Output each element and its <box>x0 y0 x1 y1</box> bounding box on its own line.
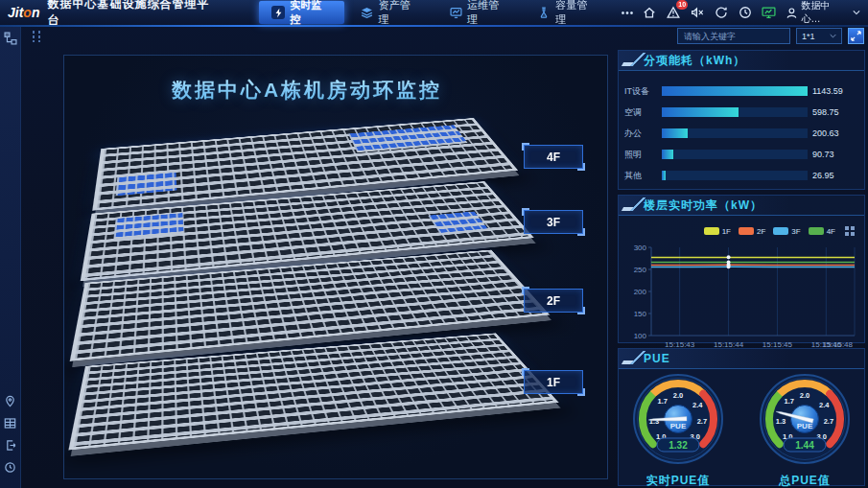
pue-gauges: 1.01.31.72.02.42.73.0PUE1.32实时PUE值1.01.3… <box>619 373 864 488</box>
alarm-count-badge: 10 <box>676 0 688 10</box>
top-navbar: Jiton 数据中心基础设施综合管理平台 实时监控 资产管理 运维管理 <box>0 0 868 25</box>
export-data-icon[interactable] <box>3 438 17 453</box>
svg-text:1.7: 1.7 <box>785 397 794 406</box>
blue-rack-zone <box>348 125 468 152</box>
table-grid-icon[interactable] <box>3 416 17 430</box>
panel-title: PUE <box>644 352 670 365</box>
brand-logo: Jiton <box>8 5 39 20</box>
search-input[interactable] <box>677 28 790 44</box>
legend-item-4f[interactable]: 4F <box>809 227 835 236</box>
tab-asset-management[interactable]: 资产管理 <box>348 1 433 24</box>
tree-structure-icon[interactable] <box>3 31 17 45</box>
pue-gauge-label: 实时PUE值 <box>646 473 711 488</box>
svg-text:250: 250 <box>634 266 647 274</box>
navbar-actions: 10 数据中心… <box>642 0 860 26</box>
legend-item-2f[interactable]: 2F <box>739 227 765 236</box>
gauge-svg: 1.01.31.72.02.42.73.0PUE1.32 <box>622 373 734 475</box>
pue-value: 1.44 <box>795 440 814 451</box>
layout-select[interactable]: 1*1 <box>796 28 842 44</box>
clock-icon[interactable] <box>738 5 753 20</box>
floor-button-2f[interactable]: 2F <box>524 289 583 313</box>
legend-swatch <box>809 227 824 235</box>
svg-text:200: 200 <box>634 288 647 296</box>
legend-swatch <box>704 227 719 235</box>
legend-label: 3F <box>791 227 800 236</box>
energy-bar-fill <box>662 150 673 159</box>
alarm-warning-icon[interactable]: 10 <box>666 5 681 20</box>
history-clock-icon[interactable] <box>3 460 17 475</box>
energy-bar-row: 空调598.75 <box>624 102 856 123</box>
energy-bar-row: 照明90.73 <box>624 144 856 165</box>
pue-panel: PUE 1.01.31.72.02.42.73.0PUE1.32实时PUE值1.… <box>618 348 865 486</box>
power-chart-svg: 15:15:4315:15:4415:15:4515:15:4615:15:48… <box>624 242 858 355</box>
big-screen-icon[interactable] <box>762 5 777 20</box>
floor-3d-1f[interactable] <box>85 307 538 460</box>
flask-icon <box>537 6 551 19</box>
energy-bar-track <box>662 128 808 138</box>
view-toolbar: 1*1 <box>677 28 864 44</box>
gauge-svg: 1.01.31.72.02.42.73.0PUE1.44 <box>749 373 860 475</box>
legend-item-3f[interactable]: 3F <box>773 227 800 236</box>
svg-text:300: 300 <box>634 244 647 252</box>
floor-button-1f[interactable]: 1F <box>524 370 583 394</box>
tab-realtime-monitor[interactable]: 实时监控 <box>259 1 343 24</box>
legend-label: 1F <box>722 227 731 236</box>
user-menu[interactable]: 数据中心… <box>786 0 860 26</box>
layout-select-value: 1*1 <box>802 32 815 41</box>
pue-value: 1.32 <box>669 440 688 451</box>
chart-toolbox-icon[interactable] <box>845 222 855 240</box>
svg-text:1.3: 1.3 <box>776 417 786 426</box>
fullscreen-expand-button[interactable] <box>848 28 864 44</box>
history-refresh-icon[interactable] <box>714 5 729 20</box>
floor-button-4f[interactable]: 4F <box>524 145 583 169</box>
floor-button-3f[interactable]: 3F <box>524 210 583 234</box>
panel-header: 分项能耗（kWh） <box>619 51 864 71</box>
energy-value: 200.63 <box>812 128 856 138</box>
chevron-down-icon <box>830 34 836 38</box>
energy-breakdown-panel: 分项能耗（kWh） IT设备1143.59空调598.75办公200.63照明9… <box>618 50 865 190</box>
svg-text:2.0: 2.0 <box>673 391 683 400</box>
pue-gauge-0: 1.01.31.72.02.42.73.0PUE1.32实时PUE值 <box>622 373 734 488</box>
mute-sound-icon[interactable] <box>690 5 705 20</box>
energy-bar-track <box>662 150 808 159</box>
legend-item-1f[interactable]: 1F <box>704 227 731 236</box>
nav-more-button[interactable]: ••• <box>614 8 643 18</box>
tab-label: 资产管理 <box>379 0 421 27</box>
legend-label: 4F <box>827 227 835 236</box>
svg-text:PUE: PUE <box>797 422 813 430</box>
logo-text: Jit <box>8 5 23 20</box>
machine-room-3d-viewport[interactable]: 数据中心A栋机房动环监控 4F 3F 2F 1F <box>63 55 608 479</box>
user-icon <box>786 7 798 19</box>
svg-text:1.7: 1.7 <box>658 397 668 406</box>
app-title: 数据中心基础设施综合管理平台 <box>47 0 221 29</box>
tab-label: 容量管理 <box>555 0 598 27</box>
chevron-down-icon <box>853 10 860 15</box>
floor-power-panel: 楼层实时功率（kW） 1F2F3F4F 15:15:4315:15:4415:1… <box>618 195 865 343</box>
power-line-chart: 15:15:4315:15:4415:15:4515:15:4615:15:48… <box>619 240 864 359</box>
tab-ops-management[interactable]: 运维管理 <box>436 1 521 24</box>
tab-label: 运维管理 <box>467 0 509 27</box>
energy-bar-fill <box>662 86 808 96</box>
location-pin-icon[interactable] <box>3 394 17 408</box>
energy-bar-row: IT设备1143.59 <box>624 81 856 102</box>
energy-category-label: 其他 <box>624 170 657 182</box>
power-legend: 1F2F3F4F <box>619 216 864 240</box>
energy-bar-track <box>662 86 808 96</box>
lightning-icon <box>271 6 285 19</box>
legend-swatch <box>739 227 754 235</box>
panel-title: 分项能耗（kWh） <box>644 53 745 69</box>
pue-gauge-1: 1.01.31.72.02.42.73.0PUE1.44总PUE值 <box>749 373 860 488</box>
legend-swatch <box>773 227 788 235</box>
energy-category-label: 空调 <box>624 106 657 119</box>
panel-title: 楼层实时功率（kW） <box>644 198 762 214</box>
energy-value: 90.73 <box>812 150 856 159</box>
monitor-chart-icon <box>449 6 462 19</box>
energy-bar-track <box>662 107 808 117</box>
energy-bar-row: 其他26.95 <box>624 165 856 186</box>
svg-text:2.7: 2.7 <box>697 417 707 426</box>
layers-icon <box>361 6 374 19</box>
user-name: 数据中心… <box>802 0 850 26</box>
tab-capacity-management[interactable]: 容量管理 <box>525 1 609 24</box>
home-icon[interactable] <box>642 5 657 20</box>
columns-layout-icon[interactable] <box>30 30 43 47</box>
